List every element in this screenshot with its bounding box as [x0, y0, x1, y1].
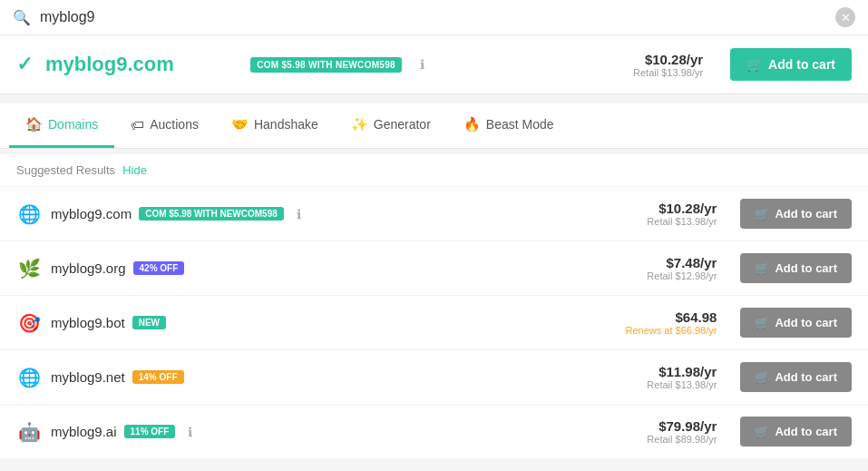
search-bar: 🔍 ✕ — [0, 0, 868, 35]
beast-mode-icon: 🔥 — [463, 116, 481, 132]
add-to-cart-button-0[interactable]: 🛒 Add to cart — [740, 199, 852, 229]
cart-icon-3: 🛒 — [755, 370, 769, 384]
featured-result: ✓ myblog9.com COM $5.98 WITH NEWCOM598 ℹ… — [0, 35, 868, 94]
domain-price-1: $7.48/yr — [647, 255, 717, 270]
add-to-cart-button-3[interactable]: 🛒 Add to cart — [740, 362, 852, 392]
featured-domain-name: myblog9.com — [45, 53, 229, 76]
domain-name-3: myblog9.net 14% OFF — [51, 369, 638, 385]
domain-price-2: $64.98 — [625, 309, 717, 325]
domain-name-4: myblog9.ai 11% OFF ℹ — [51, 424, 638, 439]
featured-price: $10.28/yr — [633, 52, 703, 67]
tab-beast-mode[interactable]: 🔥 Beast Mode — [447, 103, 571, 148]
tabs-bar: 🏠 Domains 🏷 Auctions 🤝 Handshake ✨ Gener… — [0, 103, 868, 149]
results-section: Suggested Results Hide 🌐 myblog9.com COM… — [0, 154, 868, 458]
domains-icon: 🏠 — [25, 116, 43, 132]
domain-name-0: myblog9.com COM $5.98 WITH NEWCOM598 ℹ — [51, 206, 638, 221]
handshake-icon: 🤝 — [231, 116, 249, 132]
add-to-cart-button-2[interactable]: 🛒 Add to cart — [740, 308, 852, 338]
domain-icon-3: 🌐 — [16, 365, 42, 390]
domain-icon-4: 🤖 — [16, 419, 42, 445]
clear-search-button[interactable]: ✕ — [835, 7, 855, 27]
domain-retail-4: Retail $89.98/yr — [647, 434, 717, 445]
featured-add-to-cart-button[interactable]: 🛒 Add to cart — [730, 48, 852, 81]
cart-icon: 🛒 — [746, 57, 762, 72]
domain-retail-1: Retail $12.98/yr — [647, 270, 717, 281]
featured-price-block: $10.28/yr Retail $13.98/yr — [633, 52, 703, 78]
featured-retail-price: Retail $13.98/yr — [633, 67, 703, 78]
add-to-cart-button-1[interactable]: 🛒 Add to cart — [740, 253, 852, 283]
domain-price-block-3: $11.98/yr Retail $13.98/yr — [647, 364, 717, 390]
table-row: 🌐 myblog9.com COM $5.98 WITH NEWCOM598 ℹ… — [0, 187, 868, 241]
featured-info-icon[interactable]: ℹ — [420, 57, 424, 72]
domain-icon-1: 🌿 — [16, 256, 42, 281]
domain-price-3: $11.98/yr — [647, 364, 717, 379]
suggested-results-label: Suggested Results — [16, 163, 115, 177]
results-header: Suggested Results Hide — [0, 154, 868, 187]
domain-icon-2: 🎯 — [16, 310, 42, 336]
tab-generator[interactable]: ✨ Generator — [335, 103, 447, 148]
domain-badge-2: NEW — [132, 316, 166, 329]
domain-badge-1: 42% OFF — [133, 261, 185, 275]
cart-icon-1: 🛒 — [755, 261, 769, 275]
domain-price-block-0: $10.28/yr Retail $13.98/yr — [647, 201, 717, 227]
generator-icon: ✨ — [351, 116, 368, 132]
table-row: 🤖 myblog9.ai 11% OFF ℹ $79.98/yr Retail … — [0, 405, 868, 458]
domain-retail-0: Retail $13.98/yr — [647, 216, 717, 227]
featured-promo-badge: COM $5.98 WITH NEWCOM598 — [250, 57, 402, 73]
domain-info-icon-4[interactable]: ℹ — [188, 425, 192, 439]
table-row: 🌐 myblog9.net 14% OFF $11.98/yr Retail $… — [0, 350, 868, 405]
table-row: 🌿 myblog9.org 42% OFF $7.48/yr Retail $1… — [0, 241, 868, 296]
domain-retail-2: Renews at $66.98/yr — [625, 325, 717, 336]
check-icon: ✓ — [16, 53, 33, 76]
cart-icon-0: 🛒 — [755, 207, 769, 221]
add-to-cart-button-4[interactable]: 🛒 Add to cart — [740, 417, 852, 446]
domain-price-4: $79.98/yr — [647, 418, 717, 434]
auctions-icon: 🏷 — [131, 117, 144, 132]
cart-icon-2: 🛒 — [755, 316, 769, 329]
domain-info-icon-0[interactable]: ℹ — [297, 207, 301, 221]
search-icon: 🔍 — [13, 9, 31, 26]
tab-handshake[interactable]: 🤝 Handshake — [215, 103, 335, 148]
domain-price-0: $10.28/yr — [647, 201, 717, 216]
domain-badge-0: COM $5.98 WITH NEWCOM598 — [139, 207, 284, 221]
domain-name-2: myblog9.bot NEW — [51, 315, 616, 330]
table-row: 🎯 myblog9.bot NEW $64.98 Renews at $66.9… — [0, 296, 868, 350]
domain-name-1: myblog9.org 42% OFF — [51, 260, 638, 276]
domain-price-block-2: $64.98 Renews at $66.98/yr — [625, 309, 717, 336]
search-input[interactable] — [40, 9, 826, 25]
domain-badge-3: 14% OFF — [132, 370, 184, 384]
domain-retail-3: Retail $13.98/yr — [647, 379, 717, 390]
tab-domains[interactable]: 🏠 Domains — [9, 103, 114, 148]
hide-results-link[interactable]: Hide — [122, 163, 147, 177]
tab-auctions[interactable]: 🏷 Auctions — [114, 103, 215, 148]
domain-badge-4: 11% OFF — [124, 425, 176, 438]
domain-price-block-4: $79.98/yr Retail $89.98/yr — [647, 418, 717, 445]
domain-price-block-1: $7.48/yr Retail $12.98/yr — [647, 255, 717, 281]
cart-icon-4: 🛒 — [755, 425, 769, 438]
domain-icon-0: 🌐 — [16, 201, 42, 227]
